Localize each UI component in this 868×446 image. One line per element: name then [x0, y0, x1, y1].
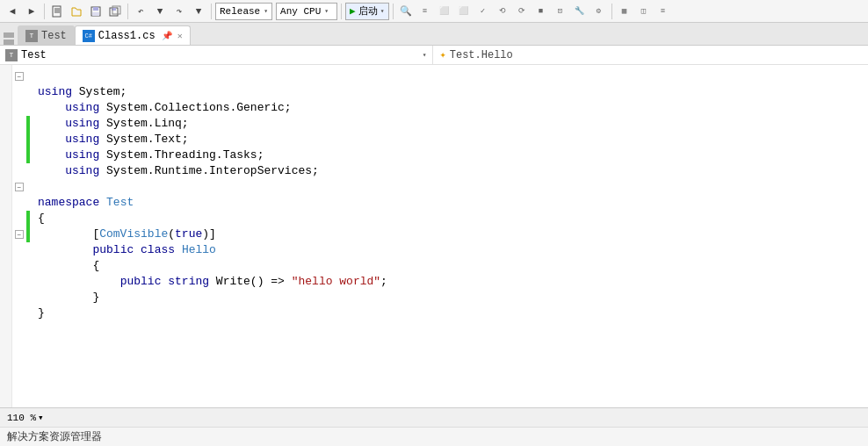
separator-3 [211, 4, 212, 19]
nav-left-icon: T [5, 49, 18, 61]
separator-4 [341, 4, 342, 19]
gutter-3 [12, 100, 26, 116]
gutter-12 [12, 242, 26, 258]
tab-test-label: Test [41, 30, 67, 42]
gutter-4 [12, 116, 26, 132]
play-icon: ▶ [350, 5, 356, 17]
collapse-namespace[interactable]: − [12, 179, 26, 195]
line-1: using System; [38, 85, 127, 98]
toolbar-icon-3[interactable]: ⬜ [436, 3, 453, 20]
zoom-selector[interactable]: 110 % ▾ [7, 412, 44, 423]
redo-dropdown[interactable]: ▼ [190, 3, 207, 20]
line-13: public string Write() => "hello world"; [38, 275, 387, 288]
tab-test[interactable]: T Test [18, 25, 75, 45]
gutter-13 [12, 258, 26, 274]
svg-rect-0 [53, 6, 61, 17]
release-label: Release [220, 6, 260, 17]
line-5: using System.Threading.Tasks; [38, 148, 264, 162]
undo-button[interactable]: ↶ [132, 3, 149, 20]
code-area[interactable]: using System; using System.Collections.G… [31, 65, 868, 407]
sidebar-toggle-2[interactable] [4, 40, 14, 45]
release-dropdown-arrow: ▾ [264, 7, 268, 15]
line-2: using System.Collections.Generic; [38, 101, 292, 114]
gi-10 [26, 211, 30, 227]
line-4: using System.Text; [38, 133, 189, 146]
editor-left-margin [0, 65, 12, 407]
nav-left-dropdown[interactable]: T Test ▾ [0, 46, 433, 64]
gutter-9 [12, 195, 26, 211]
bottom-panel[interactable]: 解决方案资源管理器 [0, 427, 868, 446]
toolbar-icon-4[interactable]: ⬜ [455, 3, 473, 20]
save-all-button[interactable] [106, 3, 124, 20]
separator-6 [611, 4, 612, 19]
zoom-arrow: ▾ [38, 412, 44, 423]
tab-test-icon: T [25, 30, 38, 42]
gi-6 [26, 147, 30, 163]
collapse-gutter: − − − [12, 65, 26, 407]
toolbar-icon-10[interactable]: 🔧 [571, 3, 589, 20]
separator-1 [44, 4, 45, 19]
forward-button[interactable]: ▶ [23, 3, 40, 20]
line-6: using System.Runtime.InteropServices; [38, 164, 319, 177]
collapse-btn-class[interactable]: − [15, 230, 24, 239]
collapse-1[interactable]: − [12, 68, 26, 84]
toolbar-icon-8[interactable]: ■ [532, 3, 550, 20]
zoom-value: 110 % [7, 413, 36, 423]
tab-class1[interactable]: C# Class1.cs 📌 ✕ [75, 25, 191, 45]
toolbar-icon-7[interactable]: ⟳ [513, 3, 531, 20]
toolbar-icon-13[interactable]: ◫ [635, 3, 653, 20]
redo-button[interactable]: ↷ [170, 3, 188, 20]
toolbar-icon-11[interactable]: ⚙ [590, 3, 608, 20]
line-12: { [38, 259, 99, 272]
toolbar-icon-9[interactable]: ⊡ [552, 3, 569, 20]
back-button[interactable]: ◀ [4, 3, 21, 20]
gi-11 [26, 227, 30, 242]
undo-dropdown[interactable]: ▼ [151, 3, 169, 20]
line-15: } [38, 306, 45, 320]
tab-class1-label: Class1.cs [98, 30, 156, 42]
start-button[interactable]: ▶ 启动 ▾ [345, 3, 388, 20]
toolbar-icon-2[interactable]: ≡ [416, 3, 434, 20]
release-dropdown[interactable]: Release ▾ [215, 3, 272, 20]
line-3: using System.Linq; [38, 117, 189, 130]
collapse-btn-using[interactable]: − [15, 72, 24, 81]
nav-left-label: Test [21, 49, 47, 61]
search-button[interactable]: 🔍 [397, 3, 415, 20]
separator-2 [127, 4, 128, 19]
line-8: namespace Test [38, 196, 134, 209]
tab-class1-pin[interactable]: 📌 [162, 31, 172, 41]
open-file-button[interactable] [68, 3, 85, 20]
svg-rect-6 [92, 12, 99, 16]
collapse-class[interactable]: − [12, 227, 26, 242]
editor: − − − [0, 65, 868, 407]
gutter-14 [12, 274, 26, 290]
toolbar-icon-6[interactable]: ⟲ [494, 3, 511, 20]
sidebar-toggle-1[interactable] [4, 32, 14, 38]
gi-5 [26, 132, 30, 147]
toolbar: ◀ ▶ ↶ ▼ ↷ ▼ Release ▾ Any CPU ▾ ▶ 启动 ▾ 🔍… [0, 0, 868, 23]
line-7 [38, 180, 45, 193]
gutter-15 [12, 290, 26, 306]
separator-5 [393, 4, 394, 19]
cpu-dropdown[interactable]: Any CPU ▾ [276, 3, 337, 20]
line-14: } [38, 291, 99, 304]
statusbar: 110 % ▾ [0, 407, 868, 427]
gutter-5 [12, 132, 26, 147]
toolbar-icon-5[interactable]: ✓ [474, 3, 492, 20]
solution-explorer-label: 解决方案资源管理器 [7, 429, 102, 444]
line-10: [ComVisible(true)] [38, 227, 216, 241]
tab-class1-close[interactable]: ✕ [177, 31, 183, 41]
gutter-6 [12, 147, 26, 163]
gutter-7 [12, 163, 26, 179]
nav-right-area[interactable]: ✦ Test.Hello [433, 46, 869, 64]
cpu-label: Any CPU [280, 6, 321, 17]
cpu-dropdown-arrow: ▾ [324, 7, 329, 15]
new-file-button[interactable] [48, 3, 66, 20]
start-label: 启动 [358, 4, 378, 18]
gi-4 [26, 116, 30, 132]
collapse-btn-namespace[interactable]: − [15, 183, 24, 191]
start-dropdown-arrow: ▾ [380, 7, 385, 15]
save-button[interactable] [87, 3, 105, 20]
toolbar-icon-12[interactable]: ▦ [616, 3, 633, 20]
toolbar-icon-14[interactable]: ≡ [655, 3, 672, 20]
